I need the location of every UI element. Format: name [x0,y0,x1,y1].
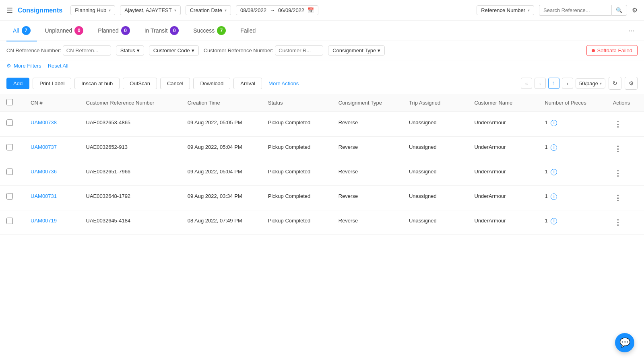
tab-success-badge: 7 [217,26,226,35]
pieces-cell-1: 1 i [538,137,606,161]
cn-link-4[interactable]: UAM00719 [31,218,57,224]
select-all-checkbox[interactable] [6,99,13,105]
row-checkbox-2[interactable] [6,169,13,175]
row-actions-menu-2[interactable]: ⋮ [613,169,623,178]
pagination: « ‹ 1 › 50/page ▾ [521,78,605,89]
filters-bar: CN Reference Number: Status ▾ Customer C… [0,41,644,60]
table-header-row: CN # Customer Reference Number Creation … [0,94,644,112]
arrival-button[interactable]: Arrival [233,78,262,89]
inscan-hub-button[interactable]: Inscan at hub [74,78,120,89]
row-checkbox-1[interactable] [6,144,13,150]
info-icon-1[interactable]: i [551,144,557,151]
ref-cell-3: UAE0032648-1792 [80,186,181,210]
info-icon-3[interactable]: i [551,193,557,200]
chevron-down-icon: ▾ [137,47,140,53]
planning-hub-dropdown[interactable]: Planning Hub ▾ [70,5,115,15]
ref-cell-0: UAE0032653-4865 [80,112,181,137]
customer-ref-input[interactable] [275,45,323,56]
more-actions-button[interactable]: More Actions [265,78,302,89]
row-checkbox-0[interactable] [6,119,13,126]
outscan-button[interactable]: OutScan [123,78,157,89]
tab-all-badge: 7 [22,26,31,35]
cn-reference-input[interactable] [63,45,111,56]
page-current-label: 1 [548,78,559,89]
search-field: 🔍 [539,5,627,16]
tab-all[interactable]: All 7 [6,21,37,41]
search-input[interactable] [539,5,611,16]
page-first-button[interactable]: « [521,78,532,89]
tab-planned[interactable]: Planned 0 [91,21,136,41]
ref-cell-1: UAE0032652-913 [80,137,181,161]
status-cell-4: Pickup Completed [262,210,332,235]
col-header-ref: Customer Reference Number [80,94,181,112]
status-filter[interactable]: Status ▾ [116,45,144,56]
tab-unplanned[interactable]: Unplanned 0 [39,21,90,41]
softdata-failed-button[interactable]: Softdata Failed [586,45,638,56]
type-cell-2: Reverse [332,161,402,186]
status-cell-1: Pickup Completed [262,137,332,161]
chevron-down-icon: ▾ [109,8,111,12]
cn-link-3[interactable]: UAM00731 [31,193,57,199]
pieces-cell-0: 1 i [538,112,606,137]
name-cell-0: UnderArmour [468,112,538,137]
time-cell-4: 08 Aug 2022, 07:49 PM [181,210,262,235]
customer-code-filter[interactable]: Customer Code ▾ [149,45,199,56]
search-button[interactable]: 🔍 [611,5,627,16]
more-filters-button[interactable]: ⚙ More Filters [6,63,41,69]
name-cell-4: UnderArmour [468,210,538,235]
creation-date-dropdown[interactable]: Creation Date ▾ [186,5,231,15]
table-row: UAM00736 UAE0032651-7966 09 Aug 2022, 05… [0,161,644,186]
time-cell-0: 09 Aug 2022, 05:05 PM [181,112,262,137]
tab-unplanned-badge: 0 [74,26,83,35]
tab-success[interactable]: Success 7 [187,21,232,41]
settings-icon[interactable]: ⚙ [632,6,638,14]
row-actions-menu-4[interactable]: ⋮ [613,218,623,227]
tabs-more-icon[interactable]: ··· [625,27,638,35]
tab-in-transit[interactable]: In Transit 0 [138,21,186,41]
date-range-picker[interactable]: 08/08/2022 → 06/09/2022 📅 [236,5,318,15]
chevron-down-icon: ▾ [528,8,530,12]
print-label-button[interactable]: Print Label [33,78,71,89]
add-button[interactable]: Add [6,78,29,89]
row-actions-menu-1[interactable]: ⋮ [613,144,623,154]
row-checkbox-4[interactable] [6,218,13,224]
type-cell-0: Reverse [332,112,402,137]
ref-cell-2: UAE0032651-7966 [80,161,181,186]
header: ☰ Consignments Planning Hub ▾ Ajaytest, … [0,0,644,21]
download-button[interactable]: Download [193,78,230,89]
refresh-button[interactable]: ↻ [609,77,621,90]
chevron-down-icon: ▾ [378,47,380,53]
cn-link-1[interactable]: UAM00737 [31,144,57,150]
tab-failed[interactable]: Failed [234,22,262,40]
trip-cell-4: Unassigned [402,210,468,235]
time-cell-3: 09 Aug 2022, 03:34 PM [181,186,262,210]
date-range-separator: → [270,7,275,13]
app-title: Consignments [18,7,62,14]
page-size-selector[interactable]: 50/page ▾ [576,78,605,88]
col-header-name: Customer Name [468,94,538,112]
table-row: UAM00731 UAE0032648-1792 09 Aug 2022, 03… [0,186,644,210]
name-cell-2: UnderArmour [468,161,538,186]
menu-icon[interactable]: ☰ [6,6,13,15]
info-icon-0[interactable]: i [551,120,557,126]
row-checkbox-3[interactable] [6,193,13,200]
ref-cell-4: UAE0032645-4184 [80,210,181,235]
cancel-button[interactable]: Cancel [160,78,190,89]
page-next-button[interactable]: › [562,78,573,89]
consignment-type-label: Consignment Type [332,47,376,53]
time-cell-1: 09 Aug 2022, 05:04 PM [181,137,262,161]
page-size-label: 50/page [579,80,598,86]
consignment-type-filter[interactable]: Consignment Type ▾ [328,45,385,56]
row-actions-menu-3[interactable]: ⋮ [613,193,623,203]
info-icon-4[interactable]: i [551,218,557,224]
info-icon-2[interactable]: i [551,169,557,175]
reset-all-button[interactable]: Reset All [48,63,68,69]
column-settings-button[interactable]: ⚙ [625,77,638,90]
cn-link-0[interactable]: UAM00738 [31,119,57,125]
status-cell-0: Pickup Completed [262,112,332,137]
row-actions-menu-0[interactable]: ⋮ [613,119,623,129]
reference-number-dropdown[interactable]: Reference Number ▾ [477,5,534,15]
page-prev-button[interactable]: ‹ [535,78,546,89]
user-dropdown[interactable]: Ajaytest, AJAYTEST ▾ [120,5,181,15]
cn-link-2[interactable]: UAM00736 [31,169,57,175]
